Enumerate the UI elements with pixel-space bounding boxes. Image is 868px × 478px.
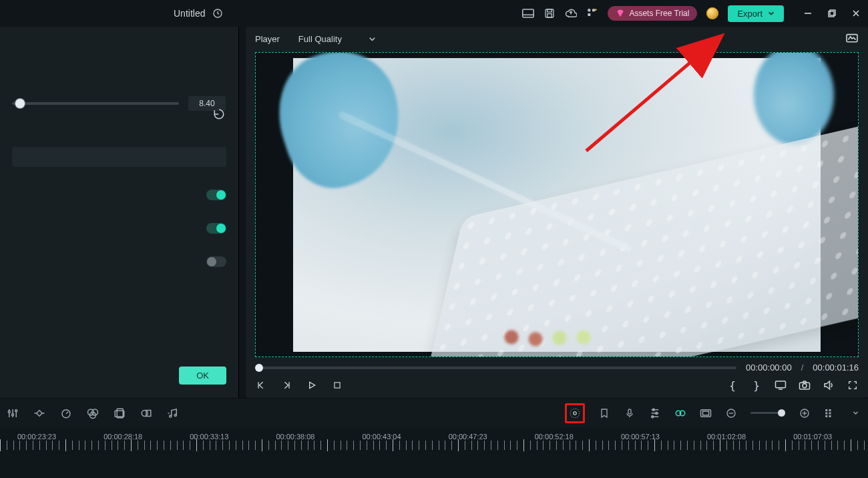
crop-icon[interactable] (114, 407, 126, 419)
mark-out-icon[interactable]: } (750, 379, 763, 391)
toggle-1[interactable] (206, 190, 226, 200)
apps-icon[interactable] (586, 7, 598, 19)
svg-point-27 (12, 413, 14, 415)
svg-rect-19 (776, 381, 786, 388)
value-slider[interactable]: 8.40 (12, 96, 226, 111)
svg-point-28 (15, 409, 17, 411)
video-frame (293, 58, 821, 352)
track-view-icon[interactable] (824, 407, 836, 419)
export-label: Export (737, 9, 763, 19)
chevron-down-icon (369, 35, 376, 43)
svg-rect-62 (825, 415, 827, 417)
mixer-icon[interactable] (649, 407, 661, 419)
svg-point-26 (8, 411, 10, 413)
assets-trial-label: Assets Free Trial (629, 9, 689, 18)
fullscreen-icon[interactable] (847, 379, 859, 391)
layout-icon[interactable] (522, 7, 534, 19)
render-icon (569, 407, 581, 419)
toggle-2[interactable] (206, 223, 226, 234)
titlebar: Untitled Assets Free Trial Export (0, 0, 868, 27)
svg-rect-11 (830, 10, 835, 15)
display-icon[interactable] (775, 379, 787, 391)
zoom-in-button[interactable] (799, 407, 811, 419)
svg-rect-4 (548, 9, 552, 12)
total-time: 00:00:01:16 (813, 363, 859, 373)
timeline-ruler[interactable]: 00:00:23:2300:00:28:1800:00:33:1300:00:3… (0, 427, 868, 458)
adjust-icon[interactable] (7, 407, 19, 419)
ok-button[interactable]: OK (179, 367, 226, 385)
time-separator: / (801, 363, 804, 373)
svg-rect-63 (829, 409, 831, 411)
svg-rect-8 (588, 13, 591, 16)
seek-slider[interactable] (255, 367, 736, 369)
reset-icon[interactable] (213, 108, 225, 120)
current-time: 00:00:00:00 (746, 363, 792, 373)
svg-point-41 (174, 414, 176, 416)
voiceover-icon[interactable] (624, 407, 636, 419)
gem-icon (616, 9, 625, 18)
aspect-icon[interactable] (700, 407, 712, 419)
svg-rect-18 (335, 383, 340, 388)
player-tab[interactable]: Player (255, 34, 280, 44)
svg-rect-44 (628, 409, 631, 414)
volume-icon[interactable] (823, 379, 835, 391)
render-preview-button[interactable] (565, 403, 585, 423)
project-title: Untitled (174, 8, 205, 19)
history-icon[interactable] (212, 7, 224, 19)
snapshot-icon[interactable] (799, 379, 811, 391)
track-view-chevron-icon[interactable] (849, 407, 861, 419)
text-field[interactable] (12, 147, 226, 167)
play-button[interactable] (306, 379, 318, 391)
cloud-upload-icon[interactable] (565, 7, 577, 19)
keyframe-icon[interactable] (33, 407, 45, 419)
toggle-3[interactable] (206, 256, 226, 267)
chevron-down-icon (768, 10, 775, 17)
svg-rect-29 (37, 410, 42, 415)
save-icon[interactable] (544, 7, 556, 19)
quality-select[interactable]: Full Quality (292, 32, 383, 46)
svg-rect-65 (829, 415, 831, 417)
mask-icon[interactable] (140, 407, 152, 419)
prev-frame-button[interactable] (255, 379, 267, 391)
speed-icon[interactable] (60, 407, 72, 419)
performance-icon[interactable] (845, 33, 859, 44)
zoom-out-button[interactable] (725, 407, 737, 419)
next-frame-button[interactable] (280, 379, 292, 391)
svg-rect-7 (592, 9, 595, 11)
preview-viewport[interactable] (255, 52, 859, 357)
svg-rect-6 (588, 9, 591, 11)
svg-point-40 (170, 415, 172, 417)
svg-point-38 (142, 410, 148, 416)
maximize-button[interactable] (827, 8, 837, 19)
svg-rect-5 (548, 14, 552, 17)
svg-point-42 (574, 411, 577, 415)
svg-rect-64 (829, 412, 831, 414)
timeline-tracks[interactable] (0, 458, 868, 478)
auto-ripple-icon[interactable] (674, 407, 686, 419)
stop-button[interactable] (331, 379, 343, 391)
svg-point-43 (570, 409, 580, 418)
close-button[interactable] (851, 8, 861, 19)
svg-point-22 (803, 384, 807, 388)
export-button[interactable]: Export (728, 5, 784, 22)
mark-in-icon[interactable]: { (726, 379, 738, 391)
svg-rect-60 (825, 409, 827, 411)
audio-beat-icon[interactable] (167, 407, 179, 419)
color-icon[interactable] (87, 407, 99, 419)
minimize-button[interactable] (803, 8, 813, 19)
marker-icon[interactable] (598, 407, 610, 419)
zoom-slider[interactable] (750, 412, 785, 414)
svg-rect-54 (703, 411, 709, 415)
assets-free-trial-button[interactable]: Assets Free Trial (608, 6, 697, 21)
timeline-toolbar (0, 398, 868, 427)
svg-rect-61 (825, 412, 827, 414)
coin-icon[interactable] (706, 7, 718, 19)
player-panel: Player Full Quality 00:00:00:00 / 00:00: (246, 27, 868, 398)
svg-rect-12 (829, 11, 834, 17)
quality-label: Full Quality (298, 34, 342, 44)
svg-rect-1 (523, 9, 534, 17)
svg-point-9 (595, 9, 597, 11)
inspector-panel: 8.40 OK (0, 27, 239, 398)
